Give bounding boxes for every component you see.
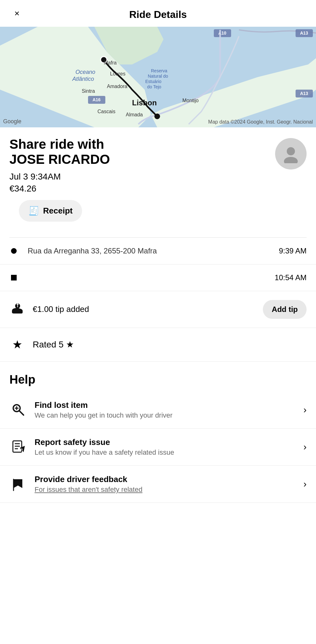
svg-text:Cascais: Cascais <box>97 109 115 114</box>
pickup-icon <box>9 247 18 255</box>
help-subtitle-feedback: For issues that aren't safety related <box>35 486 303 494</box>
help-title-feedback: Provide driver feedback <box>35 475 303 484</box>
svg-text:Loures: Loures <box>110 71 125 76</box>
route-square <box>11 275 17 280</box>
svg-text:do Tejo: do Tejo <box>147 84 161 89</box>
svg-point-29 <box>284 157 298 163</box>
map-credit: Google <box>3 118 21 125</box>
help-item-lost[interactable]: Find lost item We can help you get in to… <box>0 391 316 429</box>
rating-star-icon: ★ <box>9 337 25 353</box>
chevron-icon-feedback: › <box>303 479 307 489</box>
help-section-title: Help <box>0 362 316 391</box>
feedback-icon <box>9 475 27 493</box>
receipt-label: Receipt <box>43 206 73 216</box>
map-image: A10 A13 A16 A13 Oceano Atlântico Sintra … <box>0 27 316 127</box>
help-title-lost: Find lost item <box>35 400 303 410</box>
help-text-safety: Report safety issue Let us know if you h… <box>35 437 303 457</box>
help-subtitle-lost: We can help you get in touch with your d… <box>35 411 303 419</box>
help-title-safety: Report safety issue <box>35 437 303 447</box>
svg-text:Atlântico: Atlântico <box>72 76 94 82</box>
rating-star: ★ <box>66 339 74 350</box>
ride-info: Share ride with JOSE RICARDO Jul 3 9:34A… <box>0 127 316 200</box>
dropoff-row: 10:54 AM <box>0 264 316 291</box>
tip-row: €1.00 tip added Add tip <box>0 291 316 328</box>
help-item-safety[interactable]: Report safety issue Let us know if you h… <box>0 429 316 466</box>
help-item-feedback[interactable]: Provide driver feedback For issues that … <box>0 466 316 503</box>
map-data-credit: Map data ©2024 Google, Inst. Geogr. Naci… <box>208 119 313 125</box>
svg-text:Lisbon: Lisbon <box>132 98 157 107</box>
svg-text:A13: A13 <box>300 31 308 36</box>
receipt-icon: 🧾 <box>28 206 39 216</box>
svg-text:Reserva: Reserva <box>151 68 167 73</box>
close-button[interactable]: × <box>9 6 25 21</box>
dropoff-icon <box>9 273 18 282</box>
svg-text:Amadora: Amadora <box>107 84 127 89</box>
chevron-icon-safety: › <box>303 441 307 452</box>
ride-title: Share ride with JOSE RICARDO <box>9 137 110 167</box>
pickup-time: 9:39 AM <box>279 247 307 255</box>
svg-text:Oceano: Oceano <box>75 69 95 75</box>
safety-icon <box>9 438 27 456</box>
help-text-lost: Find lost item We can help you get in to… <box>35 400 303 419</box>
pickup-address: Rua da Arreganha 33, 2655-200 Mafra <box>28 247 279 255</box>
svg-text:Natural do: Natural do <box>148 74 168 79</box>
help-text-feedback: Provide driver feedback For issues that … <box>35 475 303 494</box>
svg-text:A13: A13 <box>300 91 308 96</box>
svg-text:A16: A16 <box>92 97 101 102</box>
lost-item-icon <box>9 401 27 419</box>
svg-text:Mafra: Mafra <box>104 60 117 65</box>
svg-text:Montijo: Montijo <box>182 98 199 103</box>
receipt-button[interactable]: 🧾 Receipt <box>19 200 82 222</box>
route-dot <box>11 248 17 254</box>
svg-point-40 <box>22 451 23 452</box>
svg-text:Estuário: Estuário <box>145 79 162 84</box>
svg-marker-41 <box>14 479 22 488</box>
ride-date: Jul 3 9:34AM <box>9 172 110 182</box>
page-title: Ride Details <box>129 9 187 20</box>
svg-text:Sintra: Sintra <box>82 88 95 94</box>
ride-price: €34.26 <box>9 184 110 194</box>
svg-text:Almada: Almada <box>126 112 143 117</box>
rating-text: Rated 5 ★ <box>33 339 74 350</box>
chevron-icon-lost: › <box>303 404 307 415</box>
dropoff-time: 10:54 AM <box>275 273 307 282</box>
rating-row: ★ Rated 5 ★ <box>0 328 316 362</box>
svg-point-13 <box>154 114 160 119</box>
pickup-row: Rua da Arreganha 33, 2655-200 Mafra 9:39… <box>0 238 316 264</box>
header: × Ride Details <box>0 0 316 27</box>
svg-line-32 <box>19 411 24 415</box>
driver-avatar <box>275 138 307 169</box>
svg-point-28 <box>287 147 295 155</box>
help-subtitle-safety: Let us know if you have a safety related… <box>35 448 303 457</box>
add-tip-button[interactable]: Add tip <box>263 300 307 319</box>
tip-text: €1.00 tip added <box>33 304 263 314</box>
tip-icon <box>9 302 25 317</box>
